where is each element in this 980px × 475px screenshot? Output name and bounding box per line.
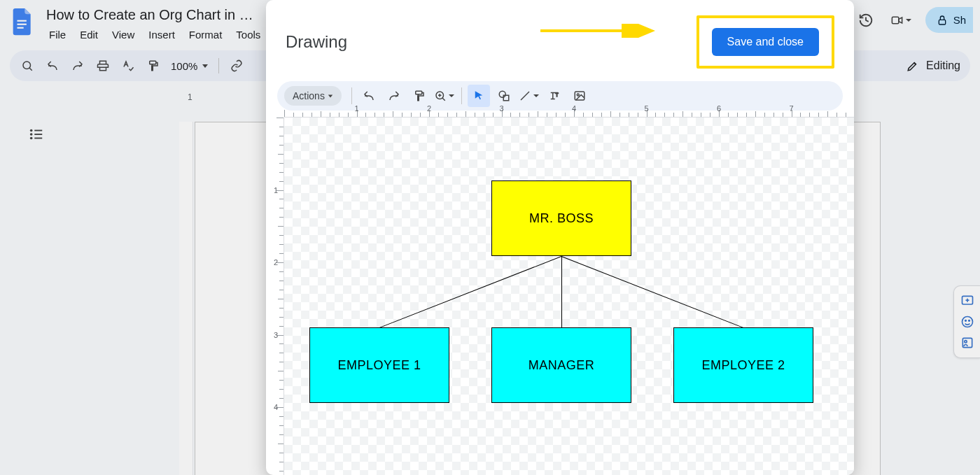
history-icon[interactable] <box>855 10 876 31</box>
save-and-close-button[interactable]: Save and close <box>712 28 819 56</box>
docs-vertical-ruler <box>179 122 193 475</box>
svg-point-22 <box>962 317 972 327</box>
actions-menu[interactable]: Actions <box>284 86 342 106</box>
zoom-icon[interactable] <box>433 85 456 107</box>
svg-rect-14 <box>34 130 42 132</box>
docs-title-area: How to Create an Org Chart in Go… File E… <box>43 6 266 43</box>
svg-line-7 <box>29 68 32 71</box>
actions-label: Actions <box>293 90 325 101</box>
save-highlight: Save and close <box>696 15 834 69</box>
select-tool-icon[interactable] <box>468 85 490 107</box>
svg-point-35 <box>499 91 505 97</box>
svg-rect-2 <box>18 27 24 29</box>
share-label: Sh <box>953 14 966 26</box>
svg-rect-8 <box>100 61 106 64</box>
menu-format[interactable]: Format <box>183 26 228 43</box>
redo-icon[interactable] <box>70 58 85 73</box>
image-tool-icon[interactable] <box>568 85 591 107</box>
h-ruler-number: 3 <box>499 105 503 113</box>
drawing-canvas-area: 1234567 1234 MR. BOSSEMPLOYEE 1MANAGEREM… <box>266 105 854 475</box>
toolbar-divider <box>218 58 219 73</box>
svg-marker-29 <box>328 94 332 97</box>
drawing-horizontal-ruler[interactable]: 1234567 <box>284 105 854 118</box>
undo-icon[interactable] <box>45 58 60 73</box>
dialog-title: Drawing <box>286 32 347 52</box>
svg-point-23 <box>965 320 966 322</box>
svg-rect-16 <box>34 134 42 135</box>
svg-point-24 <box>968 320 969 322</box>
h-ruler-number: 7 <box>789 105 793 113</box>
svg-line-37 <box>521 92 529 100</box>
ruler-number: 1 <box>188 92 192 102</box>
svg-line-32 <box>442 98 445 101</box>
h-ruler-number: 1 <box>354 105 358 113</box>
svg-rect-9 <box>100 67 106 71</box>
org-box-child-0[interactable]: EMPLOYEE 1 <box>309 327 449 403</box>
svg-point-15 <box>30 133 33 136</box>
h-ruler-number: 5 <box>644 105 648 113</box>
h-ruler-number: 4 <box>572 105 576 113</box>
svg-rect-18 <box>34 138 42 139</box>
svg-point-13 <box>30 129 33 132</box>
menu-edit[interactable]: Edit <box>74 26 104 43</box>
org-box-child-2[interactable]: EMPLOYEE 2 <box>673 327 813 403</box>
org-connector-2[interactable] <box>561 256 743 328</box>
suggest-edits-icon[interactable] <box>958 334 976 352</box>
editing-label: Editing <box>926 59 960 72</box>
h-ruler-number: 2 <box>427 105 431 113</box>
svg-rect-36 <box>503 95 509 101</box>
menu-view[interactable]: View <box>106 26 140 43</box>
meet-icon[interactable] <box>890 10 911 31</box>
line-tool-icon[interactable] <box>518 85 540 107</box>
outline-icon[interactable] <box>27 125 46 144</box>
add-reaction-icon[interactable] <box>958 313 976 331</box>
docs-right-actions: Sh <box>855 7 980 33</box>
org-box-root[interactable]: MR. BOSS <box>491 180 631 256</box>
org-connector-0[interactable] <box>379 256 561 328</box>
svg-rect-5 <box>939 20 945 24</box>
svg-marker-12 <box>202 64 208 68</box>
spellcheck-icon[interactable] <box>120 58 136 73</box>
h-ruler-number: 6 <box>717 105 721 113</box>
toolbar-divider <box>461 87 462 104</box>
svg-marker-4 <box>899 17 902 23</box>
v-ruler-number: 4 <box>274 403 278 411</box>
org-connector-1[interactable] <box>561 256 562 327</box>
search-icon[interactable] <box>20 58 35 73</box>
undo-icon[interactable] <box>358 85 380 107</box>
menu-tools[interactable]: Tools <box>230 26 266 43</box>
share-button[interactable]: Sh <box>925 7 973 33</box>
doc-title[interactable]: How to Create an Org Chart in Go… <box>43 6 260 24</box>
drawing-vertical-ruler[interactable]: 1234 <box>266 118 284 475</box>
v-ruler-number: 2 <box>274 258 278 267</box>
docs-menubar: File Edit View Insert Format Tools <box>43 26 266 43</box>
org-box-child-1[interactable]: MANAGER <box>491 327 631 403</box>
svg-rect-0 <box>18 20 27 22</box>
shape-tool-icon[interactable] <box>493 85 515 107</box>
editing-mode[interactable]: Editing <box>906 59 960 72</box>
toolbar-divider <box>351 87 352 104</box>
text-box-icon[interactable]: T <box>543 85 566 107</box>
svg-point-6 <box>23 62 31 69</box>
add-comment-icon[interactable] <box>958 292 976 310</box>
docs-logo-icon[interactable] <box>10 6 35 39</box>
print-icon[interactable] <box>95 58 111 73</box>
zoom-select[interactable]: 100% <box>171 60 209 72</box>
zoom-value: 100% <box>171 60 197 72</box>
redo-icon[interactable] <box>383 85 405 107</box>
svg-rect-30 <box>416 91 422 94</box>
paint-format-icon[interactable] <box>408 85 430 107</box>
svg-point-26 <box>964 341 966 343</box>
paint-format-icon[interactable] <box>146 58 161 73</box>
svg-point-17 <box>30 137 33 140</box>
svg-rect-1 <box>18 24 27 25</box>
svg-point-40 <box>577 94 579 96</box>
menu-file[interactable]: File <box>43 26 71 43</box>
v-ruler-number: 1 <box>274 186 278 194</box>
drawing-canvas[interactable]: MR. BOSSEMPLOYEE 1MANAGEREMPLOYEE 2 <box>284 118 854 475</box>
insert-link-icon[interactable] <box>229 58 244 73</box>
dialog-header: Drawing Save and close <box>266 0 854 74</box>
svg-rect-3 <box>892 17 899 24</box>
menu-insert[interactable]: Insert <box>143 26 181 43</box>
drawing-dialog: Drawing Save and close Actions T 1234567… <box>266 0 854 475</box>
